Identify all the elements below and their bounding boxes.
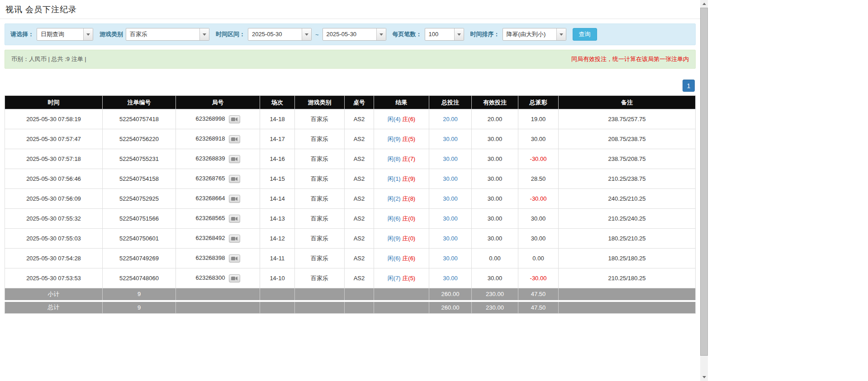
note-cell: 238.75/257.75 <box>559 109 696 129</box>
bet-id-cell: 522540748060 <box>103 268 176 288</box>
chevron-down-icon[interactable] <box>302 28 311 40</box>
video-replay-icon[interactable] <box>229 215 240 223</box>
bet-id-cell: 522540757418 <box>103 109 176 129</box>
column-header-5: 桌号 <box>345 96 374 109</box>
total-bet-link[interactable]: 30.00 <box>443 275 458 282</box>
game-type-cell: 百家乐 <box>295 149 345 169</box>
result-player: 闲(8) <box>388 155 401 162</box>
table-no-cell: AS2 <box>345 149 374 169</box>
valid-bet-cell: 30.00 <box>472 229 518 249</box>
per-page-select[interactable]: 100 <box>425 28 464 41</box>
table-row: 2025-05-30 07:57:18522540755231623268839… <box>5 149 696 169</box>
video-replay-icon[interactable] <box>229 115 240 123</box>
total-bet-link[interactable]: 30.00 <box>443 195 458 202</box>
date-from-select[interactable]: 2025-05-30 <box>248 28 312 41</box>
bet-time-cell: 2025-05-30 07:57:47 <box>5 129 103 149</box>
result-cell: 闲(6) 庄(6) <box>374 249 429 268</box>
bet-time-cell: 2025-05-30 07:56:46 <box>5 169 103 189</box>
empty-cell <box>559 288 696 301</box>
scroll-down-icon[interactable] <box>700 373 708 381</box>
empty-cell <box>295 288 345 301</box>
result-banker: 庄(5) <box>402 136 415 142</box>
result-banker: 庄(7) <box>402 155 415 162</box>
payout-cell: 0.00 <box>518 249 559 268</box>
total-bet-cell: 30.00 <box>429 229 472 249</box>
video-replay-icon[interactable] <box>229 274 240 282</box>
result-cell: 闲(8) 庄(7) <box>374 149 429 169</box>
round-number: 623268998 <box>195 115 225 122</box>
summary-bar: 币别：人民币 | 总共 :9 注单 | 同局有效投注，统一计算在该局第一张注单内 <box>5 50 696 69</box>
note-cell: 238.75/208.75 <box>559 149 696 169</box>
chevron-down-icon[interactable] <box>556 28 566 40</box>
session-cell: 14-16 <box>260 149 295 169</box>
currency-total-text: 币别：人民币 | 总共 :9 注单 | <box>11 55 86 63</box>
result-banker: 庄(6) <box>402 255 415 262</box>
payout-cell: -30.00 <box>518 189 559 209</box>
query-type-select[interactable]: 日期查询 <box>37 28 93 41</box>
chevron-down-icon[interactable] <box>83 28 93 40</box>
subtotal-payout: 47.50 <box>518 288 559 301</box>
result-player: 闲(4) <box>388 116 401 122</box>
column-header-7: 总投注 <box>429 96 472 109</box>
bet-time-cell: 2025-05-30 07:58:19 <box>5 109 103 129</box>
payout-cell: -30.00 <box>518 149 559 169</box>
video-replay-icon[interactable] <box>229 175 240 183</box>
round-cell: 623268664 <box>176 189 260 209</box>
result-banker: 庄(8) <box>402 195 415 202</box>
empty-cell <box>260 288 295 301</box>
result-cell: 闲(4) 庄(6) <box>374 109 429 129</box>
bet-time-cell: 2025-05-30 07:56:09 <box>5 189 103 209</box>
pagination-page-1[interactable]: 1 <box>683 80 695 92</box>
bet-time-cell: 2025-05-30 07:54:28 <box>5 249 103 268</box>
result-player: 闲(9) <box>388 136 401 142</box>
bet-id-cell: 522540755231 <box>103 149 176 169</box>
round-number: 623268565 <box>195 215 225 221</box>
video-replay-icon[interactable] <box>229 135 240 143</box>
total-bet-link[interactable]: 30.00 <box>443 255 458 262</box>
sort-order-value: 降幂(由大到小) <box>503 28 556 40</box>
result-player: 闲(2) <box>388 195 401 202</box>
video-replay-icon[interactable] <box>229 155 240 163</box>
total-bet-link[interactable]: 20.00 <box>443 116 458 122</box>
bet-time-cell: 2025-05-30 07:53:53 <box>5 268 103 288</box>
round-cell: 623268565 <box>176 209 260 229</box>
empty-cell <box>295 301 345 314</box>
payout-cell: 30.00 <box>518 229 559 249</box>
pagination: 1 <box>5 80 695 92</box>
scrollbar[interactable] <box>700 0 708 381</box>
scrollbar-thumb[interactable] <box>700 8 708 356</box>
total-bet-link[interactable]: 30.00 <box>443 235 458 242</box>
subtotal-count: 9 <box>103 288 176 301</box>
chevron-down-icon[interactable] <box>376 28 386 40</box>
total-bet-cell: 30.00 <box>429 268 472 288</box>
empty-cell <box>374 301 429 314</box>
scroll-up-icon[interactable] <box>700 0 708 8</box>
bet-id-cell: 522540752925 <box>103 189 176 209</box>
total-bet-link[interactable]: 30.00 <box>443 175 458 182</box>
video-replay-icon[interactable] <box>229 254 240 263</box>
search-button[interactable]: 查询 <box>573 28 597 41</box>
total-valid-bet: 230.00 <box>472 301 518 314</box>
total-bet-link[interactable]: 30.00 <box>443 215 458 222</box>
chevron-down-icon[interactable] <box>454 28 464 40</box>
total-bet-cell: 30.00 <box>429 149 472 169</box>
payout-cell: -30.00 <box>518 268 559 288</box>
table-row: 2025-05-30 07:55:03522540750601623268492… <box>5 229 696 249</box>
query-type-value: 日期查询 <box>37 28 83 40</box>
total-count: 9 <box>103 301 176 314</box>
sort-order-select[interactable]: 降幂(由大到小) <box>503 28 566 41</box>
chevron-down-icon[interactable] <box>199 28 209 40</box>
date-to-select[interactable]: 2025-05-30 <box>323 28 386 41</box>
table-row: 2025-05-30 07:56:46522540754158623268765… <box>5 169 696 189</box>
payout-cell: 28.50 <box>518 169 559 189</box>
page-title: 视讯 会员下注纪录 <box>5 4 695 15</box>
video-replay-icon[interactable] <box>229 235 240 243</box>
valid-bet-cell: 30.00 <box>472 268 518 288</box>
total-bet-link[interactable]: 30.00 <box>443 155 458 162</box>
total-bet-link[interactable]: 30.00 <box>443 136 458 142</box>
total-total-bet: 260.00 <box>429 301 472 314</box>
game-type-select[interactable]: 百家乐 <box>126 28 209 41</box>
session-cell: 14-12 <box>260 229 295 249</box>
note-cell: 180.25/180.25 <box>559 249 696 268</box>
video-replay-icon[interactable] <box>229 195 240 203</box>
